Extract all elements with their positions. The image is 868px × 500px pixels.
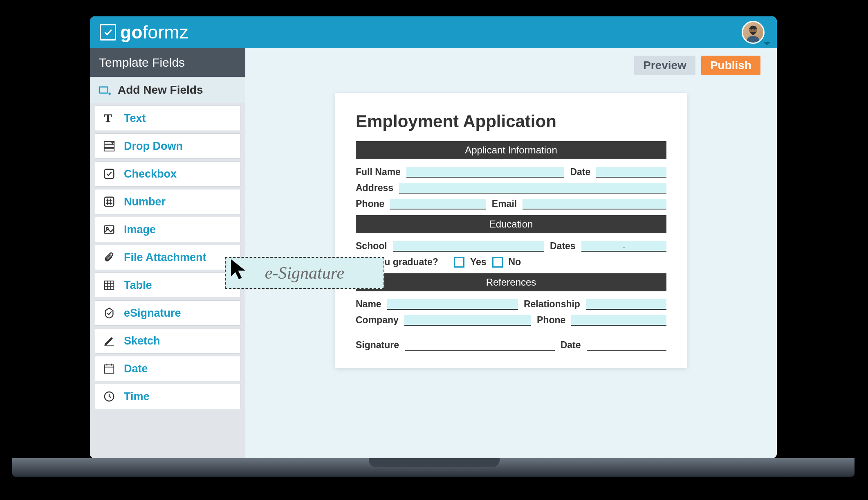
user-avatar xyxy=(742,21,765,44)
input-address[interactable] xyxy=(399,183,666,194)
preview-button[interactable]: Preview xyxy=(634,56,695,75)
input-company[interactable] xyxy=(404,315,531,326)
table-icon xyxy=(102,278,117,293)
input-refname[interactable] xyxy=(387,299,518,310)
input-signature[interactable] xyxy=(405,340,555,351)
field-type-label: Number xyxy=(124,196,166,208)
add-field-icon xyxy=(97,83,112,97)
brand-logo[interactable]: goformz xyxy=(100,22,188,43)
sketch-icon xyxy=(102,333,117,348)
number-icon xyxy=(102,194,117,209)
date-icon xyxy=(102,361,117,376)
brand-suffix: formz xyxy=(143,22,189,42)
field-type-checkbox[interactable]: Checkbox xyxy=(95,161,240,187)
action-bar: Preview Publish xyxy=(634,56,760,75)
laptop-notch xyxy=(369,458,500,467)
document-preview[interactable]: Employment Application Applicant Informa… xyxy=(335,93,687,368)
field-type-dropdown[interactable]: Drop Down xyxy=(95,133,240,159)
svg-point-2 xyxy=(754,29,755,30)
row-name-relationship: Name Relationship xyxy=(356,299,666,310)
input-date[interactable] xyxy=(596,167,666,178)
label-graduate: Did you graduate? xyxy=(356,257,438,268)
section-applicant-info: Applicant Information xyxy=(356,141,666,159)
field-type-text[interactable]: T Text xyxy=(95,106,240,131)
svg-rect-9 xyxy=(104,149,114,151)
label-school: School xyxy=(356,241,387,252)
svg-rect-3 xyxy=(99,87,108,93)
svg-text:T: T xyxy=(104,112,112,124)
svg-rect-25 xyxy=(105,365,114,374)
brand-prefix: go xyxy=(120,22,143,42)
field-type-label: Table xyxy=(124,279,152,292)
checkbox-no[interactable] xyxy=(492,257,503,268)
row-address: Address xyxy=(356,182,666,194)
label-relationship: Relationship xyxy=(524,299,580,310)
row-phone-email: Phone Email xyxy=(356,198,666,209)
input-fullname[interactable] xyxy=(406,167,564,178)
add-new-fields-label: Add New Fields xyxy=(118,83,203,97)
image-icon xyxy=(102,222,117,237)
label-company: Company xyxy=(356,315,399,326)
field-type-label: Drop Down xyxy=(124,140,183,153)
sidebar: Template Fields Add New Fields T xyxy=(90,48,245,458)
sidebar-title: Template Fields xyxy=(90,48,245,77)
field-type-label: Time xyxy=(124,390,150,403)
field-type-label: Sketch xyxy=(124,335,160,347)
field-type-table[interactable]: Table xyxy=(95,273,240,298)
user-menu[interactable] xyxy=(742,21,765,44)
field-type-number[interactable]: Number xyxy=(95,189,240,214)
svg-point-1 xyxy=(751,29,752,30)
input-refphone[interactable] xyxy=(571,315,666,326)
field-type-file-attachment[interactable]: File Attachment xyxy=(95,245,240,270)
field-type-image[interactable]: Image xyxy=(95,217,240,242)
section-education: Education xyxy=(356,215,666,233)
brand-logo-text: goformz xyxy=(120,22,188,43)
label-dates: Dates xyxy=(550,241,576,252)
checkbox-yes[interactable] xyxy=(454,257,464,268)
field-type-sketch[interactable]: Sketch xyxy=(95,328,240,354)
row-signature: Signature Date xyxy=(356,340,666,351)
time-icon xyxy=(102,389,117,404)
laptop-frame: goformz xyxy=(65,0,801,458)
row-graduate: Did you graduate? Yes No xyxy=(356,257,666,268)
field-type-label: Text xyxy=(124,112,146,125)
label-sigdate: Date xyxy=(561,340,581,351)
field-type-label: File Attachment xyxy=(124,251,206,264)
svg-rect-12 xyxy=(105,197,114,207)
field-type-label: Date xyxy=(124,363,148,375)
input-sigdate[interactable] xyxy=(587,340,667,351)
input-school[interactable] xyxy=(393,241,544,252)
label-phone: Phone xyxy=(356,198,384,209)
input-email[interactable] xyxy=(523,199,666,209)
field-type-time[interactable]: Time xyxy=(95,384,240,409)
field-type-label: Checkbox xyxy=(124,168,177,180)
field-type-date[interactable]: Date xyxy=(95,356,240,381)
label-fullname: Full Name xyxy=(356,167,401,178)
input-dates[interactable]: - xyxy=(581,241,666,252)
canvas: Preview Publish Employment Application A… xyxy=(245,48,777,458)
dropdown-icon xyxy=(102,139,117,153)
document-title: Employment Application xyxy=(356,112,666,131)
label-date: Date xyxy=(570,167,590,178)
svg-rect-8 xyxy=(104,145,114,148)
app-screen: goformz xyxy=(90,16,777,458)
publish-button[interactable]: Publish xyxy=(701,56,760,75)
input-relationship[interactable] xyxy=(586,299,666,310)
row-school-dates: School Dates - xyxy=(356,241,666,252)
field-type-label: eSignature xyxy=(124,307,181,320)
label-email: Email xyxy=(492,198,517,209)
row-company-phone: Company Phone xyxy=(356,315,666,326)
field-type-esignature[interactable]: eSignature xyxy=(95,300,240,326)
section-references: References xyxy=(356,273,666,291)
svg-rect-19 xyxy=(105,281,114,290)
label-refname: Name xyxy=(356,299,381,310)
label-no: No xyxy=(509,257,521,268)
add-new-fields[interactable]: Add New Fields xyxy=(90,77,245,103)
app-body: Template Fields Add New Fields T xyxy=(90,48,777,458)
input-phone[interactable] xyxy=(390,199,486,209)
label-refphone: Phone xyxy=(537,315,565,326)
brand-logo-mark xyxy=(100,24,116,41)
label-address: Address xyxy=(356,182,393,194)
esignature-icon xyxy=(102,306,117,320)
chevron-down-icon xyxy=(764,42,770,45)
